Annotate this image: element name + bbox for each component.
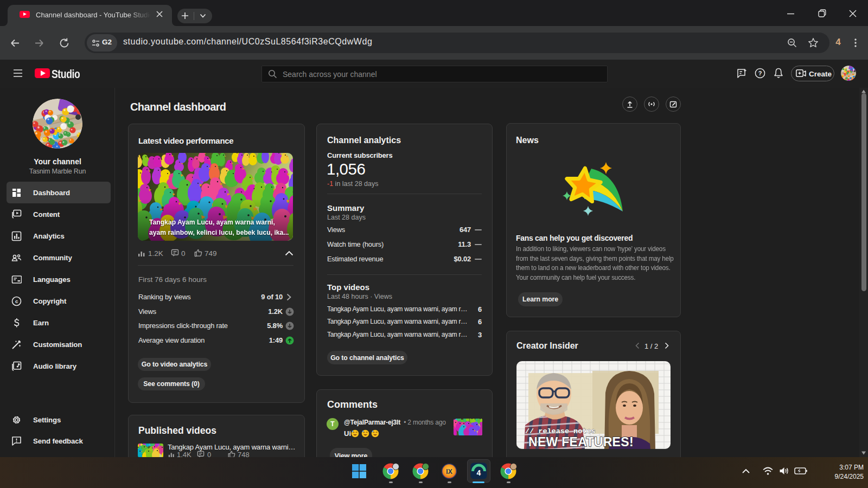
- svg-text:c: c: [15, 298, 18, 304]
- svg-text:?: ?: [758, 70, 762, 76]
- svg-text:// release notes: // release notes: [525, 427, 596, 435]
- svg-text:IX: IX: [446, 468, 452, 476]
- svg-text:4: 4: [477, 468, 481, 477]
- svg-text:NEW FEATURES!: NEW FEATURES!: [528, 435, 634, 449]
